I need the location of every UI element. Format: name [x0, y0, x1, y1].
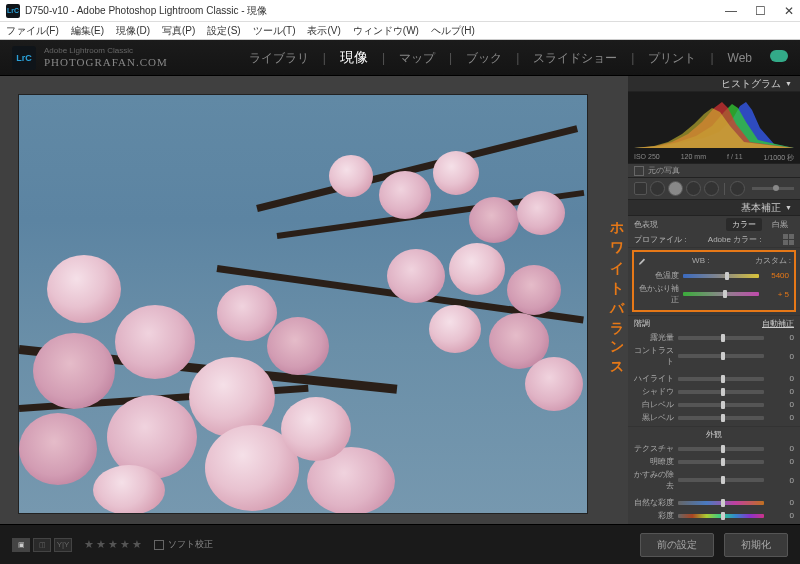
- previous-settings-button[interactable]: 前の設定: [640, 533, 714, 557]
- loupe-view-icon[interactable]: ▣: [12, 538, 30, 552]
- brush-tool-icon[interactable]: [730, 181, 745, 196]
- menubar: ファイル(F) 編集(E) 現像(D) 写真(P) 設定(S) ツール(T) 表…: [0, 22, 800, 40]
- highlights-value[interactable]: 0: [768, 374, 794, 383]
- exposure-value[interactable]: 0: [768, 333, 794, 342]
- treatment-bw[interactable]: 白黒: [766, 218, 794, 231]
- histogram-header[interactable]: ヒストグラム▼: [628, 76, 800, 92]
- dehaze-value[interactable]: 0: [768, 476, 794, 485]
- histo-focal: 120 mm: [681, 153, 706, 163]
- original-photo-toggle[interactable]: 元の写真: [628, 164, 800, 178]
- mask-slider[interactable]: [752, 187, 794, 190]
- menu-file[interactable]: ファイル(F): [6, 24, 59, 38]
- saturation-value[interactable]: 0: [768, 511, 794, 520]
- temperature-value[interactable]: 5400: [763, 271, 789, 280]
- clarity-slider-row: 明瞭度0: [628, 455, 800, 468]
- texture-slider[interactable]: [678, 447, 764, 451]
- window-titlebar: LrC D750-v10 - Adobe Photoshop Lightroom…: [0, 0, 800, 22]
- contrast-slider-row: コントラスト0: [628, 344, 800, 368]
- menu-help[interactable]: ヘルプ(H): [431, 24, 475, 38]
- spot-tool-icon[interactable]: [650, 181, 665, 196]
- dehaze-slider-row: かすみの除去0: [628, 468, 800, 492]
- crop-tool-icon[interactable]: [634, 182, 647, 195]
- module-slideshow[interactable]: スライドショー: [533, 50, 617, 67]
- module-switcher: ライブラリ | 現像 | マップ | ブック | スライドショー | プリント …: [249, 49, 788, 67]
- profile-row[interactable]: プロファイル : Adobe カラー :: [628, 232, 800, 248]
- lrc-badge: LrC: [12, 46, 36, 70]
- temperature-slider[interactable]: [683, 274, 759, 278]
- before-after-y-icon[interactable]: Y|Y: [54, 538, 72, 552]
- module-book[interactable]: ブック: [466, 50, 502, 67]
- shadows-value[interactable]: 0: [768, 387, 794, 396]
- wb-label: WB :: [692, 256, 709, 265]
- shadows-slider[interactable]: [678, 390, 764, 394]
- menu-edit[interactable]: 編集(E): [71, 24, 104, 38]
- dehaze-slider[interactable]: [678, 478, 764, 482]
- exposure-slider[interactable]: [678, 336, 764, 340]
- saturation-slider-row: 彩度0: [628, 509, 800, 522]
- dehaze-label: かすみの除去: [634, 469, 674, 491]
- app-icon: LrC: [6, 4, 20, 18]
- vibrance-value[interactable]: 0: [768, 498, 794, 507]
- maximize-button[interactable]: ☐: [755, 4, 766, 18]
- histogram[interactable]: ISO 250 120 mm f / 11 1/1000 秒: [628, 92, 800, 164]
- radial-tool-icon[interactable]: [704, 181, 719, 196]
- contrast-slider[interactable]: [678, 354, 764, 358]
- blacks-slider-row: 黒レベル0: [628, 411, 800, 424]
- white-balance-section: WB : カスタム : 色温度 5400 色かぶり補正 + 5: [632, 250, 796, 312]
- profile-browser-icon[interactable]: [783, 234, 794, 245]
- blacks-slider[interactable]: [678, 416, 764, 420]
- brand-subtitle: Adobe Lightroom Classic: [44, 47, 168, 56]
- menu-view[interactable]: 表示(V): [307, 24, 340, 38]
- tint-value[interactable]: + 5: [763, 290, 789, 299]
- close-button[interactable]: ✕: [784, 4, 794, 18]
- redeye-tool-icon[interactable]: [668, 181, 683, 196]
- tint-slider[interactable]: [683, 292, 759, 296]
- presence-header: 外観: [628, 426, 800, 442]
- highlights-slider[interactable]: [678, 377, 764, 381]
- basic-panel-header[interactable]: 基本補正▼: [628, 200, 800, 216]
- cloud-sync-icon[interactable]: [770, 50, 788, 62]
- menu-settings[interactable]: 設定(S): [207, 24, 240, 38]
- photo-preview[interactable]: [18, 94, 588, 514]
- highlights-label: ハイライト: [634, 373, 674, 384]
- saturation-slider[interactable]: [678, 514, 764, 518]
- module-web[interactable]: Web: [728, 51, 752, 65]
- whites-value[interactable]: 0: [768, 400, 794, 409]
- menu-photo[interactable]: 写真(P): [162, 24, 195, 38]
- minimize-button[interactable]: —: [725, 4, 737, 18]
- before-after-lr-icon[interactable]: ◫: [33, 538, 51, 552]
- image-preview-panel: [0, 76, 628, 524]
- bottom-toolbar: ▣ ◫ Y|Y ★★★★★ ソフト校正 前の設定 初期化: [0, 524, 800, 564]
- window-title: D750-v10 - Adobe Photoshop Lightroom Cla…: [25, 4, 267, 18]
- whites-slider[interactable]: [678, 403, 764, 407]
- reset-button[interactable]: 初期化: [724, 533, 788, 557]
- module-print[interactable]: プリント: [648, 50, 696, 67]
- gradient-tool-icon[interactable]: [686, 181, 701, 196]
- treatment-color[interactable]: カラー: [726, 218, 762, 231]
- module-develop[interactable]: 現像: [340, 49, 368, 67]
- temperature-slider-row: 色温度 5400: [637, 269, 791, 282]
- clarity-slider[interactable]: [678, 460, 764, 464]
- module-map[interactable]: マップ: [399, 50, 435, 67]
- contrast-label: コントラスト: [634, 345, 674, 367]
- module-header: LrC Adobe Lightroom Classic PHOTOGRAFAN.…: [0, 40, 800, 76]
- menu-window[interactable]: ウィンドウ(W): [353, 24, 419, 38]
- soft-proof-checkbox[interactable]: ソフト校正: [154, 538, 213, 551]
- clarity-label: 明瞭度: [634, 456, 674, 467]
- exposure-label: 露光量: [634, 332, 674, 343]
- auto-tone-button[interactable]: 自動補正: [762, 318, 794, 329]
- module-library[interactable]: ライブラリ: [249, 50, 309, 67]
- contrast-value[interactable]: 0: [768, 352, 794, 361]
- texture-value[interactable]: 0: [768, 444, 794, 453]
- menu-develop[interactable]: 現像(D): [116, 24, 150, 38]
- eyedropper-icon[interactable]: [637, 256, 647, 266]
- blacks-value[interactable]: 0: [768, 413, 794, 422]
- wb-mode-dropdown[interactable]: カスタム :: [755, 255, 791, 266]
- histo-iso: ISO 250: [634, 153, 660, 163]
- menu-tools[interactable]: ツール(T): [253, 24, 296, 38]
- clarity-value[interactable]: 0: [768, 457, 794, 466]
- rating-stars[interactable]: ★★★★★: [84, 538, 144, 551]
- tint-label: 色かぶり補正: [639, 283, 679, 305]
- vibrance-label: 自然な彩度: [634, 497, 674, 508]
- vibrance-slider[interactable]: [678, 501, 764, 505]
